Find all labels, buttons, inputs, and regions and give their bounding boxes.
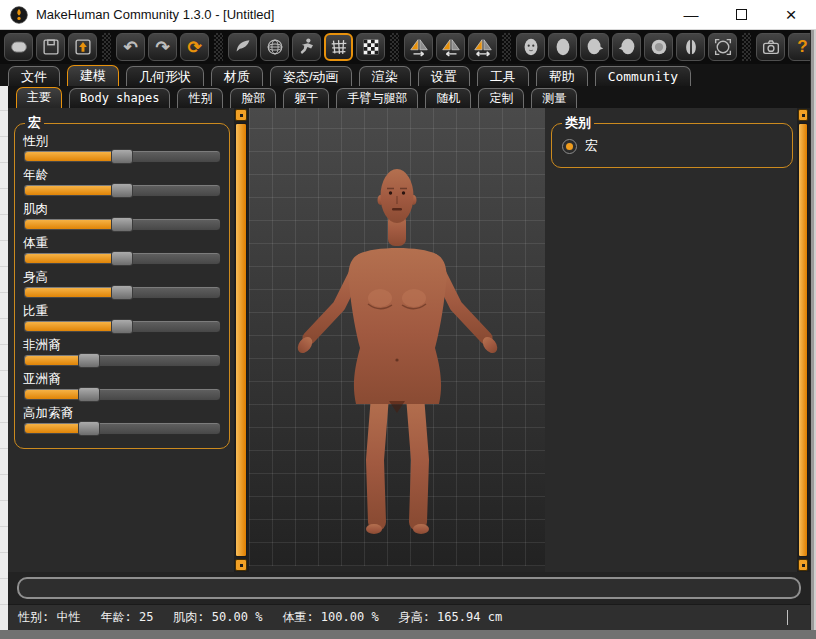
status-bar: 性别: 中性 年龄: 25 肌肉: 50.00 % 体重: 100.00 % 身… [8, 604, 810, 630]
new-button[interactable] [4, 33, 33, 61]
view-left-side-button[interactable] [580, 33, 609, 61]
maximize-button[interactable] [716, 0, 766, 29]
view-back-button[interactable] [548, 33, 577, 61]
slider-handle[interactable] [111, 149, 133, 164]
scrollbar-thumb[interactable] [235, 123, 247, 557]
sub-tab-custom[interactable]: 定制 [478, 88, 524, 108]
category-option-macro[interactable]: 宏 [560, 134, 784, 159]
scrollbar-thumb[interactable] [798, 123, 808, 557]
symmetry-both-button[interactable] [468, 33, 497, 61]
makehuman-window: MakeHuman Community 1.3.0 - [Untitled] —… [0, 0, 816, 639]
slider-fill [25, 152, 112, 161]
slider-track[interactable] [23, 218, 221, 231]
menu-tab-modelling[interactable]: 建模 [67, 65, 119, 86]
reload-button[interactable]: ⟳ [180, 33, 209, 61]
slider-handle[interactable] [78, 353, 100, 368]
wireframe-icon [264, 36, 286, 58]
load-icon [72, 36, 94, 58]
sub-tab-arms-legs[interactable]: 手臂与腿部 [336, 88, 418, 108]
menu-tab-utilities[interactable]: 工具 [477, 66, 529, 86]
menu-tab-community[interactable]: Community [595, 66, 691, 86]
slider-track[interactable] [23, 354, 221, 367]
view-frame-icon [712, 36, 734, 58]
smooth-shading-button[interactable] [228, 33, 257, 61]
scrollbar-bottom-cap[interactable] [798, 559, 808, 571]
sub-tab-gender[interactable]: 性别 [177, 88, 223, 108]
menu-tab-help[interactable]: 帮助 [536, 66, 588, 86]
sub-tab-face[interactable]: 脸部 [230, 88, 276, 108]
slider-track[interactable] [23, 422, 221, 435]
menu-tab-rendering[interactable]: 渲染 [359, 66, 411, 86]
radio-icon [562, 139, 577, 154]
sub-tab-torso[interactable]: 躯干 [283, 88, 329, 108]
undo-button[interactable]: ↶ [116, 33, 145, 61]
right-panel-scrollbar[interactable] [797, 108, 810, 572]
menu-tab-pose-animate[interactable]: 姿态/动画 [270, 66, 352, 86]
slider-track[interactable] [23, 286, 221, 299]
redo-icon: ↷ [155, 39, 169, 56]
slider-track[interactable] [23, 252, 221, 265]
view-split-button[interactable] [676, 33, 705, 61]
scrollbar-top-cap[interactable] [235, 109, 247, 121]
camera-icon [760, 36, 782, 58]
slider-handle[interactable] [111, 285, 133, 300]
slider-fill [25, 220, 112, 229]
slider-fill [25, 186, 112, 195]
scrollbar-top-cap[interactable] [798, 109, 808, 121]
slider-handle[interactable] [78, 421, 100, 436]
slider-handle[interactable] [111, 251, 133, 266]
pose-mode-button[interactable] [292, 33, 321, 61]
slider-track[interactable] [23, 320, 221, 333]
menu-tab-settings[interactable]: 设置 [418, 66, 470, 86]
redo-button[interactable]: ↷ [148, 33, 177, 61]
sub-tab-measure[interactable]: 测量 [531, 88, 577, 108]
view-left-side-icon [584, 36, 606, 58]
slider-label: 身高 [23, 270, 221, 285]
view-frame-button[interactable] [708, 33, 737, 61]
slider-handle[interactable] [111, 217, 133, 232]
toolbar-separator [742, 33, 751, 61]
menu-tab-bar: 文件 建模 几何形状 材质 姿态/动画 渲染 设置 工具 帮助 Communit… [0, 64, 810, 86]
sub-tab-random[interactable]: 随机 [425, 88, 471, 108]
slider-handle[interactable] [78, 387, 100, 402]
menu-tab-geometries[interactable]: 几何形状 [126, 66, 204, 86]
scrollbar-bottom-cap[interactable] [235, 559, 247, 571]
viewport-3d[interactable] [249, 108, 545, 566]
background-checker-icon [360, 36, 382, 58]
slider-fill [25, 356, 79, 365]
sub-tab-main[interactable]: 主要 [16, 87, 62, 108]
slider-track[interactable] [23, 150, 221, 163]
age-slider: 年龄 [23, 168, 221, 197]
menu-tab-file[interactable]: 文件 [8, 66, 60, 86]
status-height: 身高: 165.94 cm [399, 609, 502, 626]
slider-handle[interactable] [111, 183, 133, 198]
sub-tab-body-shapes[interactable]: Body shapes [69, 88, 170, 108]
load-button[interactable] [68, 33, 97, 61]
wireframe-button[interactable] [260, 33, 289, 61]
minimize-button[interactable]: — [666, 0, 716, 29]
view-top-icon [648, 36, 670, 58]
background-toggle-button[interactable] [356, 33, 385, 61]
view-right-side-button[interactable] [612, 33, 641, 61]
toolbar-separator [390, 33, 399, 61]
slider-handle[interactable] [111, 319, 133, 334]
close-button[interactable]: × [766, 0, 816, 29]
view-front-button[interactable] [516, 33, 545, 61]
slider-track[interactable] [23, 388, 221, 401]
african-slider: 非洲裔 [23, 338, 221, 367]
grab-screenshot-button[interactable] [756, 33, 785, 61]
toolbar-separator [214, 33, 223, 61]
view-top-button[interactable] [644, 33, 673, 61]
left-panel-scrollbar[interactable] [234, 108, 249, 572]
human-model[interactable] [249, 108, 545, 566]
toolbar-separator [102, 33, 111, 61]
macro-group: 宏 性别 年龄 肌肉 [14, 114, 230, 449]
symmetry-right-button[interactable] [404, 33, 433, 61]
menu-tab-materials[interactable]: 材质 [211, 66, 263, 86]
save-button[interactable] [36, 33, 65, 61]
new-icon [8, 36, 30, 58]
grid-toggle-button[interactable] [324, 33, 353, 61]
slider-track[interactable] [23, 184, 221, 197]
status-bar-grip [787, 610, 788, 625]
symmetry-left-button[interactable] [436, 33, 465, 61]
